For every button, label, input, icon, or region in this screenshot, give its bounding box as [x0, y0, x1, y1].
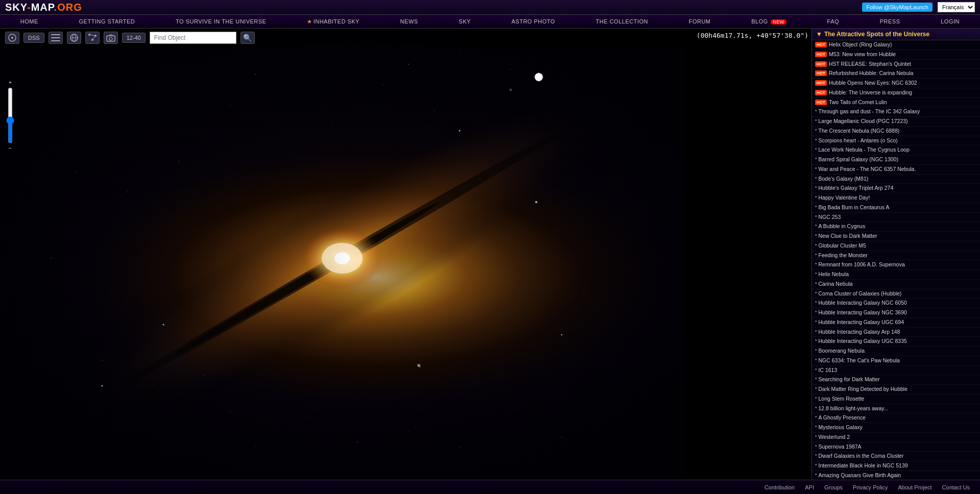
spot-list-item[interactable]: HOTHelix Object (Ring Galaxy)	[812, 40, 980, 50]
spot-list-item[interactable]: •Hubble Interacting Galaxy UGC 8335	[812, 337, 980, 347]
bullet-icon: •	[815, 223, 817, 228]
nav-news[interactable]: News	[396, 18, 422, 24]
header: SKY-MAP.ORG Follow @SkyMapLaunch Françai…	[0, 0, 980, 14]
spot-list-item[interactable]: •IC 1613	[812, 366, 980, 376]
bullet-icon: •	[815, 204, 817, 209]
spot-label: Hubble Interacting Galaxy UGC 8335	[819, 337, 977, 345]
spot-list-item[interactable]: •Big Bada Bum in Centaurus A	[812, 203, 980, 213]
footer-about[interactable]: About Project	[898, 484, 932, 490]
svg-point-10	[91, 39, 93, 41]
spot-list-item[interactable]: •The Crescent Nebula (NGC 6888)	[812, 127, 980, 136]
bullet-icon: •	[815, 184, 817, 190]
spot-list-item[interactable]: HOTM53: New view from Hubble	[812, 50, 980, 60]
bullet-icon: •	[815, 452, 817, 458]
spot-list-item[interactable]: •Amazing Quasars Give Birth Again	[812, 471, 980, 480]
spot-list-item[interactable]: •NGC 6334: The Cat's Paw Nebula	[812, 356, 980, 366]
spot-list-item[interactable]: •Helix Nebula	[812, 270, 980, 280]
spot-list-item[interactable]: •Globular Cluster M5	[812, 241, 980, 251]
footer-privacy[interactable]: Privacy Policy	[853, 484, 888, 490]
hot-badge: HOT	[815, 61, 827, 67]
search-button[interactable]: 🔍	[241, 32, 255, 44]
bullet-icon: •	[815, 137, 817, 142]
nav-login[interactable]: Login	[937, 18, 964, 24]
spot-list-item[interactable]: •Hubble Interacting Galaxy UGC 694	[812, 318, 980, 328]
spot-list-item[interactable]: •Intermediate Black Hole in NGC 5139	[812, 461, 980, 471]
zoom-level-button[interactable]: 12-40	[122, 33, 146, 43]
dss-button[interactable]: DSS	[23, 33, 44, 43]
spot-list-item[interactable]: •12.8 billion light-years away...	[812, 404, 980, 414]
spot-list-item[interactable]: HOTHST RELEASE: Stephan's Quintet	[812, 60, 980, 69]
spot-list-item[interactable]: •Lace Work Nebula - The Cygnus Loop	[812, 145, 980, 155]
spot-list-item[interactable]: HOTRefurbished Hubble: Carina Nebula	[812, 69, 980, 79]
nav-getting-started[interactable]: Getting Started	[75, 18, 139, 24]
spot-list-item[interactable]: •Bode's Galaxy (M81)	[812, 175, 980, 184]
spot-list-item[interactable]: •Supernova 1987A	[812, 442, 980, 452]
svg-rect-4	[51, 40, 60, 41]
spot-list-item[interactable]: •Long Stem Rosette	[812, 394, 980, 404]
constellation-icon[interactable]	[85, 32, 100, 44]
sky-canvas[interactable]: + −	[0, 29, 684, 480]
spot-list-item[interactable]: •Remnant from 1006 A.D. Supernova	[812, 260, 980, 270]
panel-arrow: ▼	[816, 31, 822, 38]
footer-api[interactable]: API	[805, 484, 814, 490]
spot-label: Refurbished Hubble: Carina Nebula	[829, 69, 977, 78]
bullet-icon: •	[815, 366, 817, 372]
zoom-slider[interactable]	[6, 87, 14, 143]
footer-contribution[interactable]: Contribution	[764, 484, 795, 490]
spot-list-item[interactable]: •Hubble Interacting Galaxy NGC 6050	[812, 299, 980, 308]
nav-inhabited-sky[interactable]: ★Inhabited Sky	[303, 18, 364, 25]
globe-icon[interactable]	[67, 32, 81, 44]
spot-list-item[interactable]: •Dwarf Galaxies in the Coma Cluster	[812, 452, 980, 461]
spot-list-item[interactable]: •Through gas and dust - The IC 342 Galax…	[812, 107, 980, 117]
language-selector[interactable]: FrançaisEnglish	[938, 2, 975, 12]
spot-list-item[interactable]: •Barred Spiral Galaxy (NGC 1300)	[812, 155, 980, 165]
spot-label: IC 1613	[819, 366, 977, 375]
spot-list-item[interactable]: •Boomerang Nebula	[812, 347, 980, 356]
spot-list-item[interactable]: •Searching for Dark Matter	[812, 375, 980, 385]
spot-list-item[interactable]: HOTHubble: The Universe is expanding	[812, 88, 980, 98]
twitter-button[interactable]: Follow @SkyMapLaunch	[862, 3, 933, 12]
nav-sky[interactable]: Sky	[455, 18, 475, 24]
spot-label: Through gas and dust - The IC 342 Galaxy	[819, 108, 977, 116]
nav-survive[interactable]: To Survive in the Universe	[172, 18, 270, 24]
hot-badge: HOT	[815, 70, 827, 76]
spot-list-item[interactable]: •Hubble's Galaxy Triplet Arp 274	[812, 184, 980, 193]
search-input[interactable]	[150, 32, 236, 44]
spot-list-item[interactable]: •A Bubble in Cygnus	[812, 222, 980, 232]
spot-list-item[interactable]: HOTTwo Tails of Comet Lulin	[812, 98, 980, 108]
bullet-icon: •	[815, 433, 817, 439]
footer-groups[interactable]: Groups	[824, 484, 843, 490]
spot-list-item[interactable]: •New Clue to Dark Matter	[812, 232, 980, 241]
spot-list-item[interactable]: •Carina Nebula	[812, 280, 980, 289]
nav-home[interactable]: Home	[16, 18, 42, 24]
layer-icon[interactable]	[49, 32, 63, 44]
nav-astro-photo[interactable]: Astro Photo	[508, 18, 559, 24]
spot-label: Bode's Galaxy (M81)	[819, 175, 977, 183]
spot-list-item[interactable]: HOTHubble Opens New Eyes: NGC 6302	[812, 79, 980, 88]
nav-forum[interactable]: Forum	[685, 18, 715, 24]
sky-icon[interactable]	[5, 32, 19, 44]
spot-list-item[interactable]: •Hubble Interacting Galaxy NGC 3690	[812, 308, 980, 318]
spot-label: Barred Spiral Galaxy (NGC 1300)	[819, 156, 977, 164]
footer-contact[interactable]: Contact Us	[942, 484, 970, 490]
spot-list-item[interactable]: •Mysterious Galaxy	[812, 423, 980, 433]
spot-list-item[interactable]: •Coma Cluster of Galaxies (Hubble)	[812, 289, 980, 299]
bullet-icon: •	[815, 462, 817, 467]
spot-list-item[interactable]: •Hubble Interacting Galaxy Arp 148	[812, 328, 980, 337]
spot-list-item[interactable]: •Dark Matter Ring Detected by Hubble	[812, 385, 980, 394]
spot-list-item[interactable]: •War and Peace - The NGC 6357 Nebula.	[812, 165, 980, 175]
spot-list-item[interactable]: •Happy Valentine Day!	[812, 193, 980, 203]
spot-list-item[interactable]: •Large Magellanic Cloud (PGC 17223)	[812, 117, 980, 127]
spot-list-item[interactable]: •A Ghostly Presence	[812, 413, 980, 423]
blog-badge: NEW	[771, 19, 786, 24]
nav-press[interactable]: Press	[876, 18, 904, 24]
bullet-icon: •	[815, 424, 817, 429]
nav-blog[interactable]: Blog NEW	[747, 18, 791, 24]
camera-icon[interactable]	[104, 32, 118, 44]
nav-faq[interactable]: FAQ	[823, 18, 844, 24]
spot-list-item[interactable]: •NGC 253	[812, 213, 980, 223]
nav-collection[interactable]: The Collection	[592, 18, 652, 24]
spot-list-item[interactable]: •Scorpions heart - Antares (o Sco)	[812, 136, 980, 146]
spot-list-item[interactable]: •Westerlund 2	[812, 433, 980, 442]
spot-list-item[interactable]: •Feeding the Monster	[812, 251, 980, 261]
